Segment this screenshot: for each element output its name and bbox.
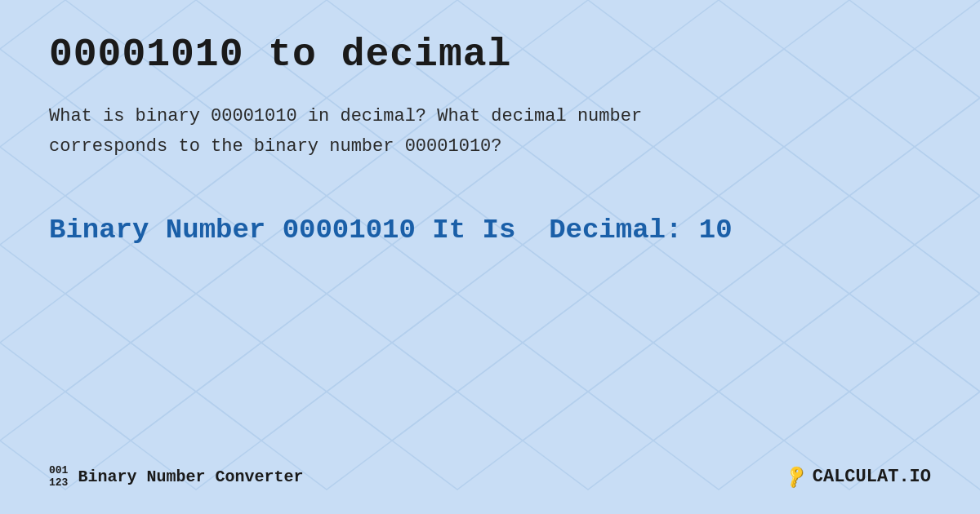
footer: 001 123 Binary Number Converter 🔑 CALCUL…	[49, 456, 931, 490]
footer-label: Binary Number Converter	[78, 467, 303, 486]
binary-icon-top: 001	[49, 464, 68, 477]
content-wrapper: 00001010 to decimal What is binary 00001…	[0, 0, 980, 514]
page-title: 00001010 to decimal	[49, 33, 931, 77]
result-label: Binary Number	[49, 215, 265, 246]
result-middle: It Is	[432, 215, 515, 246]
result-decimal-value: 10	[699, 215, 733, 246]
result-binary: 00001010	[283, 215, 416, 246]
calculat-logo: CALCULAT.IO	[813, 467, 931, 487]
binary-number-icon: 001 123	[49, 464, 68, 490]
result-text: Binary Number 00001010 It Is Decimal: 10	[49, 211, 931, 250]
key-icon: 🔑	[782, 463, 809, 490]
result-decimal-label: Decimal:	[549, 215, 682, 246]
description-line1: What is binary 00001010 in decimal? What…	[49, 106, 642, 126]
footer-right: 🔑 CALCULAT.IO	[786, 467, 931, 487]
description-paragraph: What is binary 00001010 in decimal? What…	[49, 101, 931, 162]
description-line2: corresponds to the binary number 0000101…	[49, 136, 502, 157]
footer-left: 001 123 Binary Number Converter	[49, 464, 303, 490]
main-content: 00001010 to decimal What is binary 00001…	[49, 33, 931, 456]
result-section: Binary Number 00001010 It Is Decimal: 10	[49, 211, 931, 250]
binary-icon-bottom: 123	[49, 476, 68, 490]
